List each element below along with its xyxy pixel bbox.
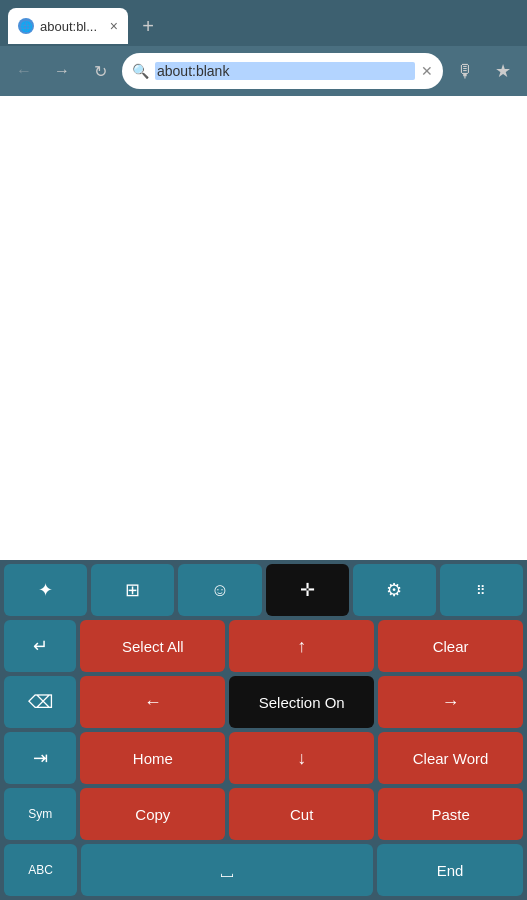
selection-on-label: Selection On bbox=[259, 694, 345, 711]
clear-label: Clear bbox=[433, 638, 469, 655]
keyboard-row-2: ↵ Select All ↑ Clear bbox=[4, 620, 523, 672]
browser-chrome: 🌐 about:bl... × + ← → ↻ 🔍 ✕ 🎙 ★ bbox=[0, 0, 527, 96]
down-button[interactable]: ↓ bbox=[229, 732, 374, 784]
microphone-icon: 🎙 bbox=[456, 61, 474, 82]
keyboard-row-6: ABC ⎵ End bbox=[4, 844, 523, 896]
keyboard-row-3: ⌫ ← Selection On → bbox=[4, 676, 523, 728]
end-button[interactable]: End bbox=[377, 844, 523, 896]
tab-icon: ⇥ bbox=[33, 747, 48, 769]
down-icon: ↓ bbox=[297, 748, 306, 769]
selection-on-button[interactable]: Selection On bbox=[229, 676, 374, 728]
tab-title: about:bl... bbox=[40, 19, 104, 34]
grid-button[interactable]: ⊞ bbox=[91, 564, 174, 616]
clear-button[interactable]: Clear bbox=[378, 620, 523, 672]
home-label: Home bbox=[133, 750, 173, 767]
abc-button[interactable]: ABC bbox=[4, 844, 77, 896]
left-icon: ← bbox=[144, 692, 162, 713]
emoji-icon: ☺ bbox=[211, 580, 229, 601]
active-tab[interactable]: 🌐 about:bl... × bbox=[8, 8, 128, 44]
search-icon: 🔍 bbox=[132, 63, 149, 79]
space-button[interactable]: ⎵ bbox=[81, 844, 373, 896]
space-label: ⎵ bbox=[221, 859, 233, 882]
clear-word-label: Clear Word bbox=[413, 750, 489, 767]
forward-icon: → bbox=[54, 62, 70, 80]
tab-favicon: 🌐 bbox=[18, 18, 34, 34]
magic-button[interactable]: ✦ bbox=[4, 564, 87, 616]
sym-button[interactable]: Sym bbox=[4, 788, 76, 840]
right-icon: → bbox=[442, 692, 460, 713]
copy-label: Copy bbox=[135, 806, 170, 823]
tab-close-button[interactable]: × bbox=[110, 18, 118, 34]
cut-button[interactable]: Cut bbox=[229, 788, 374, 840]
paste-label: Paste bbox=[431, 806, 469, 823]
keyboard-row-4: ⇥ Home ↓ Clear Word bbox=[4, 732, 523, 784]
new-tab-button[interactable]: + bbox=[132, 10, 164, 42]
back-button[interactable]: ← bbox=[8, 55, 40, 87]
numpad-button[interactable]: ⠿ bbox=[440, 564, 523, 616]
move-button[interactable]: ✛ bbox=[266, 564, 349, 616]
enter-button[interactable]: ↵ bbox=[4, 620, 76, 672]
forward-button[interactable]: → bbox=[46, 55, 78, 87]
bookmark-button[interactable]: ★ bbox=[487, 55, 519, 87]
address-input[interactable] bbox=[155, 62, 415, 80]
settings-icon: ⚙ bbox=[386, 579, 402, 601]
reload-icon: ↻ bbox=[94, 62, 107, 81]
back-icon: ← bbox=[16, 62, 32, 80]
sym-label: Sym bbox=[28, 807, 52, 821]
tab-bar: 🌐 about:bl... × + bbox=[0, 0, 527, 46]
up-icon: ↑ bbox=[297, 636, 306, 657]
end-label: End bbox=[437, 862, 464, 879]
select-all-button[interactable]: Select All bbox=[80, 620, 225, 672]
backspace-icon: ⌫ bbox=[28, 691, 53, 713]
keyboard: ✦ ⊞ ☺ ✛ ⚙ ⠿ ↵ Select All ↑ Clear bbox=[0, 560, 527, 900]
up-button[interactable]: ↑ bbox=[229, 620, 374, 672]
emoji-button[interactable]: ☺ bbox=[178, 564, 261, 616]
tab-button[interactable]: ⇥ bbox=[4, 732, 76, 784]
reload-button[interactable]: ↻ bbox=[84, 55, 116, 87]
move-icon: ✛ bbox=[300, 579, 315, 601]
address-bar[interactable]: 🔍 ✕ bbox=[122, 53, 443, 89]
enter-icon: ↵ bbox=[33, 635, 48, 657]
settings-button[interactable]: ⚙ bbox=[353, 564, 436, 616]
backspace-button[interactable]: ⌫ bbox=[4, 676, 76, 728]
magic-icon: ✦ bbox=[38, 579, 53, 601]
select-all-label: Select All bbox=[122, 638, 184, 655]
cut-label: Cut bbox=[290, 806, 313, 823]
address-clear-icon[interactable]: ✕ bbox=[421, 63, 433, 79]
clear-word-button[interactable]: Clear Word bbox=[378, 732, 523, 784]
copy-button[interactable]: Copy bbox=[80, 788, 225, 840]
keyboard-row-5: Sym Copy Cut Paste bbox=[4, 788, 523, 840]
numpad-icon: ⠿ bbox=[476, 583, 486, 598]
bookmark-icon: ★ bbox=[495, 60, 511, 82]
microphone-button[interactable]: 🎙 bbox=[449, 55, 481, 87]
keyboard-row-1: ✦ ⊞ ☺ ✛ ⚙ ⠿ bbox=[4, 564, 523, 616]
right-button[interactable]: → bbox=[378, 676, 523, 728]
abc-label: ABC bbox=[28, 863, 53, 877]
paste-button[interactable]: Paste bbox=[378, 788, 523, 840]
nav-bar: ← → ↻ 🔍 ✕ 🎙 ★ bbox=[0, 46, 527, 96]
home-button[interactable]: Home bbox=[80, 732, 225, 784]
page-content bbox=[0, 96, 527, 560]
grid-icon: ⊞ bbox=[125, 579, 140, 601]
left-button[interactable]: ← bbox=[80, 676, 225, 728]
